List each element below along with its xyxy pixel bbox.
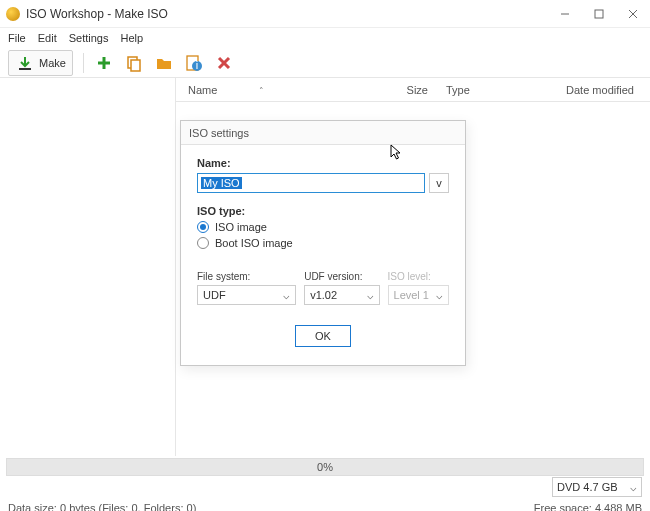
progress-text: 0% <box>317 461 333 473</box>
chevron-down-icon: ⌵ <box>367 289 374 302</box>
list-header: Name˄ Size Type Date modified <box>176 78 650 102</box>
menu-help[interactable]: Help <box>120 32 143 44</box>
menubar: File Edit Settings Help <box>0 28 650 48</box>
iso-settings-dialog: ISO settings Name: My ISO v ISO type: IS… <box>180 120 466 366</box>
radio-iso-label: ISO image <box>215 221 267 233</box>
iso-level-select: Level 1 ⌵ <box>388 285 449 305</box>
tree-pane[interactable] <box>0 78 176 456</box>
dialog-title: ISO settings <box>181 121 465 145</box>
folder-icon[interactable] <box>154 53 174 73</box>
name-value: My ISO <box>201 177 242 189</box>
iso-type-label: ISO type: <box>197 205 449 217</box>
svg-line-2 <box>629 10 637 18</box>
ok-button[interactable]: OK <box>295 325 351 347</box>
udf-label: UDF version: <box>304 271 379 282</box>
radio-iso-image[interactable]: ISO image <box>197 221 449 233</box>
svg-rect-8 <box>131 60 140 71</box>
menu-settings[interactable]: Settings <box>69 32 109 44</box>
radio-boot-iso-image[interactable]: Boot ISO image <box>197 237 449 249</box>
chevron-down-icon: ⌵ <box>630 481 637 494</box>
menu-edit[interactable]: Edit <box>38 32 57 44</box>
status-right: Free space: 4,488 MB <box>534 502 642 511</box>
name-label: Name: <box>197 157 449 169</box>
delete-icon[interactable] <box>214 53 234 73</box>
progress-bar: 0% <box>6 458 644 476</box>
chevron-down-icon: ⌵ <box>283 289 290 302</box>
isolevel-label: ISO level: <box>388 271 449 282</box>
column-size[interactable]: Size <box>388 84 436 96</box>
sort-caret-icon: ˄ <box>259 86 264 96</box>
radio-on-icon <box>197 221 209 233</box>
toolbar: Make i <box>0 48 650 78</box>
maximize-button[interactable] <box>582 0 616 28</box>
minimize-button[interactable] <box>548 0 582 28</box>
disc-size-select[interactable]: DVD 4.7 GB ⌵ <box>552 477 642 497</box>
fs-label: File system: <box>197 271 296 282</box>
status-left: Data size: 0 bytes (Files: 0, Folders: 0… <box>8 502 196 511</box>
bottom-bar: DVD 4.7 GB ⌵ <box>0 476 650 498</box>
column-date[interactable]: Date modified <box>546 84 646 96</box>
titlebar: ISO Workshop - Make ISO <box>0 0 650 28</box>
window-title: ISO Workshop - Make ISO <box>26 7 548 21</box>
file-system-select[interactable]: UDF ⌵ <box>197 285 296 305</box>
app-icon <box>6 7 20 21</box>
info-icon[interactable]: i <box>184 53 204 73</box>
svg-text:i: i <box>196 59 198 71</box>
add-icon[interactable] <box>94 53 114 73</box>
menu-file[interactable]: File <box>8 32 26 44</box>
column-name[interactable]: Name˄ <box>180 84 388 96</box>
copy-icon[interactable] <box>124 53 144 73</box>
status-bar: Data size: 0 bytes (Files: 0, Folders: 0… <box>0 498 650 511</box>
make-label: Make <box>39 57 66 69</box>
make-icon <box>15 53 35 73</box>
chevron-down-icon: ⌵ <box>436 289 443 302</box>
fs-value: UDF <box>203 289 226 301</box>
name-dropdown-button[interactable]: v <box>429 173 449 193</box>
radio-off-icon <box>197 237 209 249</box>
isolevel-value: Level 1 <box>394 289 429 301</box>
name-input[interactable]: My ISO <box>197 173 425 193</box>
udf-version-select[interactable]: v1.02 ⌵ <box>304 285 379 305</box>
make-button[interactable]: Make <box>8 50 73 76</box>
close-button[interactable] <box>616 0 650 28</box>
udf-value: v1.02 <box>310 289 337 301</box>
radio-boot-label: Boot ISO image <box>215 237 293 249</box>
svg-rect-1 <box>595 10 603 18</box>
svg-line-3 <box>629 10 637 18</box>
disc-size-value: DVD 4.7 GB <box>557 481 618 493</box>
column-type[interactable]: Type <box>436 84 546 96</box>
toolbar-divider <box>83 53 84 73</box>
